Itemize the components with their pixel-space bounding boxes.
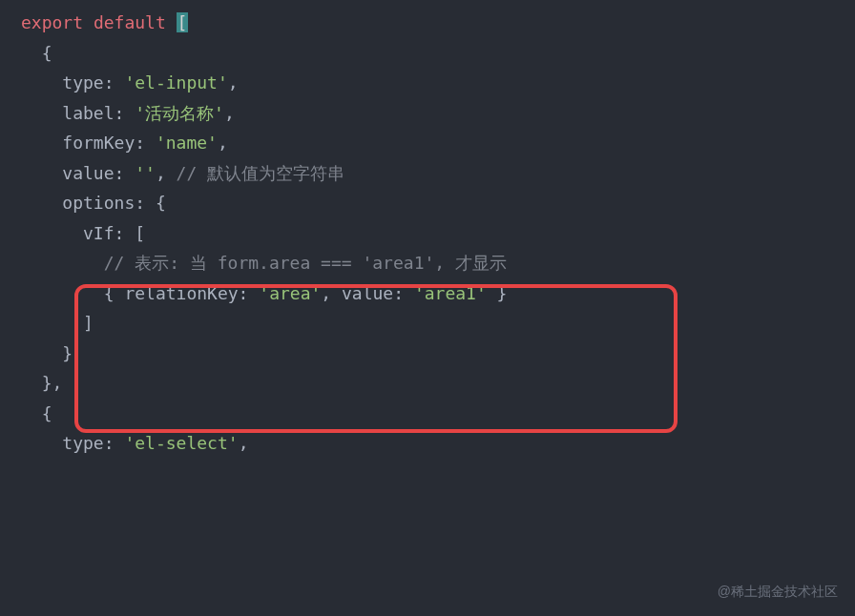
code-line-13: }, — [21, 368, 855, 399]
code-line-11: ] — [21, 308, 855, 339]
code-line-10: { relationKey: 'area', value: 'area1' } — [21, 278, 855, 309]
code-line-15: type: 'el-select', — [21, 428, 855, 459]
code-line-1: export default [ — [21, 8, 855, 38]
code-line-7: options: { — [21, 188, 855, 218]
code-line-9: // 表示: 当 form.area === 'area1', 才显示 — [21, 248, 855, 278]
code-line-2: { — [21, 38, 855, 69]
code-line-3: type: 'el-input', — [21, 68, 855, 98]
code-line-14: { — [21, 399, 855, 429]
watermark-text: @稀土掘金技术社区 — [718, 580, 838, 604]
code-line-4: label: '活动名称', — [21, 98, 855, 129]
code-line-6: value: '', // 默认值为空字符串 — [21, 158, 855, 189]
code-line-12: } — [21, 339, 855, 369]
code-line-5: formKey: 'name', — [21, 128, 855, 158]
code-editor: export default [ { type: 'el-input', lab… — [0, 8, 855, 459]
code-line-8: vIf: [ — [21, 218, 855, 249]
